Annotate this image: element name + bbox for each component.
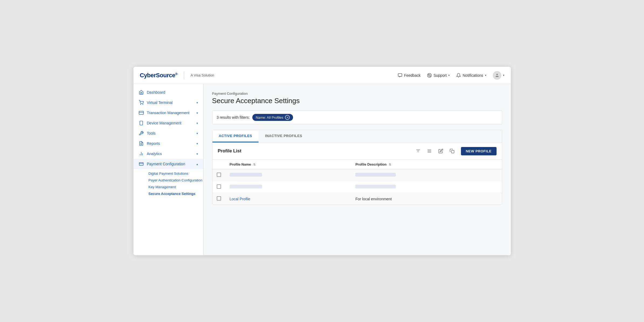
row-1-name-cell: [225, 169, 351, 181]
toolbar-icons: NEW PROFILE: [414, 146, 497, 156]
filter-results-text: 3 results with filters:: [217, 115, 250, 120]
notifications-label: Notifications: [463, 73, 483, 78]
user-menu[interactable]: ▾: [493, 71, 504, 80]
wrench-icon: [139, 131, 144, 136]
table-row: Local Profile For local environment: [212, 193, 502, 205]
sidebar-label-analytics: Analytics: [147, 152, 162, 156]
svg-line-3: [428, 74, 429, 75]
row-3-description-cell: For local environment: [351, 193, 502, 205]
table-header-profile-description: Profile Description ⇅: [351, 160, 502, 169]
local-profile-link[interactable]: Local Profile: [230, 197, 250, 201]
reports-icon: [139, 141, 144, 146]
sidebar-item-dashboard[interactable]: Dashboard: [133, 87, 203, 97]
notifications-chevron: ▾: [485, 74, 486, 77]
sidebar-item-transaction-management[interactable]: Transaction Management ▾: [133, 108, 203, 118]
top-nav: CyberSource® A Visa Solution Feedback Su…: [133, 67, 511, 84]
feedback-icon: [398, 73, 402, 78]
profile-table: Profile Name ⇅ Profile Description ⇅: [212, 160, 502, 205]
toolbar-copy-icon-btn[interactable]: [447, 146, 457, 156]
sidebar-subitem-secure-acceptance-settings[interactable]: Secure Acceptance Settings: [149, 190, 203, 197]
toolbar-list-icon-btn[interactable]: [425, 146, 434, 156]
profile-list-header: Profile List: [212, 143, 502, 160]
payment-icon: [139, 162, 144, 166]
credit-card-icon: [139, 110, 144, 115]
device-management-chevron: ▾: [197, 122, 198, 125]
svg-rect-10: [140, 121, 143, 125]
svg-rect-25: [451, 150, 454, 153]
filter-tag-label: Name: All Profiles: [256, 116, 283, 120]
sidebar-item-tools[interactable]: Tools ▾: [133, 128, 203, 138]
svg-rect-0: [398, 74, 402, 76]
sort-icon-name[interactable]: ⇅: [253, 163, 256, 166]
app-window: CyberSource® A Visa Solution Feedback Su…: [133, 67, 511, 255]
avatar: [493, 71, 501, 80]
page-title: Secure Acceptance Settings: [212, 97, 502, 105]
logo-divider: [184, 72, 184, 79]
list-icon: [427, 149, 432, 153]
row-1-checkbox-cell: [212, 169, 225, 181]
main-layout: Dashboard Virtual Terminal ▾ Transaction…: [133, 84, 511, 255]
table-header-checkbox: [212, 160, 225, 169]
sidebar-item-virtual-terminal[interactable]: Virtual Terminal ▾: [133, 97, 203, 108]
sidebar-label-device-management: Device Management: [147, 121, 181, 125]
sidebar-item-reports[interactable]: Reports ▾: [133, 138, 203, 149]
support-icon: [427, 73, 432, 78]
cart-icon: [139, 100, 144, 105]
row-2-name-blurred: [230, 185, 262, 188]
sidebar-item-payment-configuration[interactable]: Payment Configuration ▴: [133, 159, 203, 169]
breadcrumb: Payment Configuration: [212, 92, 502, 96]
filter-bar: 3 results with filters: Name: All Profil…: [212, 110, 502, 124]
profile-card: ACTIVE PROFILES INACTIVE PROFILES Profil…: [212, 130, 502, 205]
new-profile-button[interactable]: NEW PROFILE: [461, 147, 497, 155]
row-1-checkbox[interactable]: [217, 173, 221, 177]
sidebar-label-reports: Reports: [147, 141, 160, 146]
row-1-description-cell: [351, 169, 502, 181]
svg-rect-17: [139, 163, 143, 166]
svg-line-4: [430, 76, 431, 77]
filter-icon: [416, 149, 421, 153]
tab-inactive-profiles[interactable]: INACTIVE PROFILES: [259, 130, 309, 142]
row-2-checkbox-cell: [212, 181, 225, 193]
sidebar-item-device-management[interactable]: Device Management ▾: [133, 118, 203, 128]
sidebar-label-transaction-management: Transaction Management: [147, 111, 190, 115]
notifications-button[interactable]: Notifications ▾: [456, 73, 486, 78]
virtual-terminal-chevron: ▾: [197, 101, 198, 104]
tabs-bar: ACTIVE PROFILES INACTIVE PROFILES: [212, 130, 502, 143]
profile-list-title: Profile List: [218, 148, 414, 154]
toolbar-filter-icon-btn[interactable]: [414, 146, 423, 156]
svg-point-6: [140, 104, 141, 105]
sidebar-item-analytics[interactable]: Analytics ▾: [133, 149, 203, 159]
home-icon: [139, 90, 144, 95]
sidebar: Dashboard Virtual Terminal ▾ Transaction…: [133, 84, 204, 255]
sidebar-subitem-key-management[interactable]: Key Management: [149, 184, 203, 190]
filter-tag-remove-button[interactable]: ✕: [285, 115, 290, 120]
tools-chevron: ▾: [197, 132, 198, 135]
device-icon: [139, 121, 144, 125]
toolbar-edit-icon-btn[interactable]: [436, 146, 445, 156]
row-1-description-blurred: [355, 173, 396, 177]
tab-active-profiles[interactable]: ACTIVE PROFILES: [212, 130, 259, 142]
feedback-label: Feedback: [404, 73, 421, 78]
row-2-name-cell: [225, 181, 351, 193]
user-icon: [495, 73, 499, 78]
feedback-button[interactable]: Feedback: [398, 73, 421, 78]
row-3-checkbox[interactable]: [217, 196, 221, 201]
sidebar-label-dashboard: Dashboard: [147, 90, 166, 94]
payment-configuration-chevron: ▴: [197, 163, 198, 166]
sort-icon-description[interactable]: ⇅: [389, 163, 391, 166]
table-row: [212, 169, 502, 181]
support-button[interactable]: Support ▾: [427, 73, 450, 78]
profile-table-container: Profile Name ⇅ Profile Description ⇅: [212, 160, 502, 205]
logo: CyberSource®: [140, 72, 178, 79]
row-2-checkbox[interactable]: [217, 184, 221, 189]
sidebar-subitem-digital-payment-solutions[interactable]: Digital Payment Solutions: [149, 170, 203, 177]
row-3-checkbox-cell: [212, 193, 225, 205]
nav-actions: Feedback Support ▾ Notifications ▾: [398, 71, 504, 80]
svg-point-7: [143, 104, 143, 105]
row-1-name-blurred: [230, 173, 262, 177]
sidebar-subitem-payer-authentication[interactable]: Payer Authentication Configuration: [149, 177, 203, 184]
edit-icon: [438, 149, 443, 153]
filter-tag[interactable]: Name: All Profiles ✕: [252, 114, 293, 121]
table-row: [212, 181, 502, 193]
support-chevron: ▾: [448, 74, 450, 77]
